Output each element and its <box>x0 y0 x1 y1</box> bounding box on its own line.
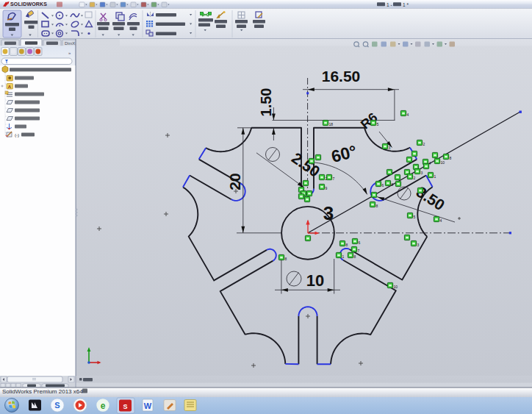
svg-text:3: 3 <box>323 202 334 224</box>
svg-text:SolidWorks Premium 2013 x64: SolidWorks Premium 2013 x64 <box>2 388 83 395</box>
svg-text:4: 4 <box>440 218 442 223</box>
svg-text:18: 18 <box>329 122 334 126</box>
svg-text:S: S <box>123 403 127 410</box>
svg-text:S: S <box>54 401 60 410</box>
svg-text:1: 1 <box>434 174 436 179</box>
svg-text:1 *: 1 * <box>403 2 409 7</box>
svg-text:16.50: 16.50 <box>322 68 361 85</box>
svg-text:10: 10 <box>394 285 398 289</box>
svg-text:8: 8 <box>346 243 348 247</box>
svg-text:5: 5 <box>377 122 379 126</box>
svg-text:1: 1 <box>342 254 345 259</box>
svg-text:4: 4 <box>407 113 409 117</box>
svg-text:9: 9 <box>326 186 328 190</box>
svg-text:8: 8 <box>376 204 378 208</box>
svg-text:1 -: 1 - <box>387 2 392 7</box>
svg-text:8: 8 <box>392 182 394 187</box>
svg-text:e: e <box>101 401 106 411</box>
svg-text:A: A <box>8 85 12 89</box>
svg-text:10: 10 <box>306 271 324 290</box>
svg-text:6: 6 <box>359 240 361 245</box>
svg-text:20: 20 <box>226 173 243 190</box>
svg-text:5: 5 <box>424 190 426 194</box>
svg-text:2: 2 <box>414 176 416 180</box>
svg-text:5: 5 <box>414 215 416 219</box>
svg-text:2: 2 <box>423 142 425 146</box>
svg-text:7: 7 <box>333 176 335 181</box>
svg-text:SOLIDWORKS: SOLIDWORKS <box>10 1 47 7</box>
svg-text:8: 8 <box>285 257 287 261</box>
svg-text:W: W <box>144 401 152 410</box>
svg-text:7: 7 <box>358 249 360 253</box>
svg-text:1.50: 1.50 <box>258 88 274 117</box>
svg-text:6: 6 <box>382 183 384 188</box>
svg-text:3: 3 <box>389 146 391 150</box>
svg-text:8: 8 <box>450 156 452 160</box>
svg-text:8: 8 <box>354 254 356 259</box>
svg-text:3: 3 <box>417 243 420 247</box>
svg-text:10: 10 <box>441 160 445 165</box>
svg-text:3: 3 <box>421 171 423 175</box>
svg-text:(-): (-) <box>15 132 19 138</box>
